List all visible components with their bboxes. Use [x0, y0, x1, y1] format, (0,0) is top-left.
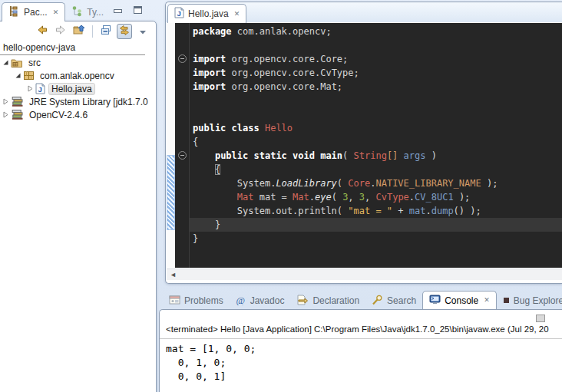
forward-button[interactable] [53, 24, 68, 39]
divider [160, 338, 562, 339]
code-line[interactable]: System.out.println( "mat = " + mat.dump(… [193, 204, 562, 218]
tree-item-src[interactable]: src [0, 56, 156, 69]
console-panel: <terminated> Hello [Java Application] C:… [159, 309, 562, 392]
svg-text:@: @ [236, 295, 245, 305]
fold-collapse-icon[interactable] [178, 54, 187, 63]
fold-collapse-icon[interactable] [178, 151, 187, 160]
collapse-all-icon [100, 24, 112, 39]
view-menu-icon [139, 25, 147, 38]
package-explorer-view: Pac...✕Ty... hello-opencv-java srccom.an… [0, 0, 163, 392]
code-line[interactable]: import org.opencv.core.Core; [193, 52, 562, 66]
tab-search[interactable]: Search [365, 292, 422, 309]
code-line[interactable]: public static void main( String[] args ) [193, 149, 562, 163]
tree-item-jre[interactable]: JRE System Library [jdk1.7.0 [0, 95, 156, 108]
search-icon [372, 295, 383, 308]
svg-text:J: J [177, 9, 180, 18]
code-line[interactable]: } [190, 218, 562, 232]
tab-label: Search [387, 295, 416, 306]
back-icon [36, 24, 48, 39]
up-button[interactable] [71, 24, 87, 39]
close-icon[interactable]: ✕ [484, 297, 490, 304]
library-icon [11, 109, 24, 120]
tab-label: Javadoc [250, 295, 285, 306]
minimize-icon[interactable] [114, 9, 122, 13]
code-line[interactable]: package com.anlak.opencv; [193, 25, 562, 38]
tree-item-label: src [26, 58, 43, 68]
divider [0, 54, 145, 55]
console-view: Problems@JavadocDeclarationSearchConsole… [159, 291, 562, 392]
folding-gutter[interactable] [175, 23, 190, 268]
code-line[interactable] [193, 259, 562, 268]
maximize-icon[interactable] [134, 6, 142, 14]
back-button[interactable] [35, 24, 50, 39]
editor-tab-strip: J Hello.java ✕ [166, 2, 562, 22]
tree-item-hello.java[interactable]: JHello.java [0, 82, 156, 95]
collapse-all-button[interactable] [98, 24, 114, 39]
code-line[interactable] [193, 245, 562, 259]
tab-package-explorer[interactable]: Pac...✕ [2, 2, 65, 21]
tab-console[interactable]: Console✕ [422, 291, 497, 309]
code-line[interactable]: } [193, 232, 562, 245]
console-toolbar-button[interactable] [536, 315, 545, 322]
code-line[interactable] [193, 107, 562, 121]
annotation-ruler[interactable] [167, 23, 175, 268]
link-with-editor-button[interactable] [117, 24, 132, 39]
javadoc-icon: @ [236, 295, 246, 308]
tab-problems[interactable]: Problems [163, 292, 230, 309]
tab-declaration[interactable]: Declaration [290, 292, 365, 309]
tab-label: Console [445, 295, 478, 306]
tree-item-com.anlak.opencv[interactable]: com.anlak.opencv [0, 69, 156, 82]
code-line[interactable]: { [193, 135, 562, 149]
code-line[interactable]: System.LoadLibrary( Core.NATIVE_LIBRARY_… [193, 176, 562, 190]
console-output-line: mat = [1, 0, 0; [166, 342, 256, 356]
view-menu-button[interactable] [135, 24, 150, 39]
code-editor[interactable]: package com.anlak.opencv;import org.open… [167, 23, 562, 268]
tab-bug-explorer[interactable]: Bug Explorer [497, 292, 562, 309]
tab-label: Ty... [87, 7, 104, 18]
square-icon [503, 295, 510, 306]
close-icon[interactable]: ✕ [53, 9, 59, 16]
code-line[interactable] [193, 94, 562, 107]
scroll-left-icon[interactable]: ◄ [170, 271, 177, 278]
tree-item-label: OpenCV-2.4.6 [27, 110, 90, 120]
horizontal-scrollbar[interactable]: ◄ [167, 268, 562, 280]
tab-label: Bug Explorer [514, 295, 562, 306]
collapsed-arrow-icon[interactable] [2, 98, 9, 105]
code-line[interactable]: { [193, 163, 562, 176]
console-tab-strip: Problems@JavadocDeclarationSearchConsole… [159, 291, 562, 309]
code-line[interactable]: Mat mat = Mat.eye( 3, 3, CvType.CV_8UC1 … [193, 190, 562, 204]
code-text[interactable]: package com.anlak.opencv;import org.open… [190, 23, 562, 268]
tree-item-opencv-2.4.6[interactable]: OpenCV-2.4.6 [0, 108, 156, 121]
code-line[interactable]: import org.opencv.core.Mat; [193, 80, 562, 94]
close-icon[interactable]: ✕ [234, 11, 240, 18]
expanded-arrow-icon[interactable] [2, 59, 9, 66]
explorer-toolbar [0, 21, 156, 41]
eclipse-workbench: Pac...✕Ty... hello-opencv-java srccom.an… [0, 0, 562, 392]
console-icon-icon [429, 295, 441, 307]
collapsed-arrow-icon[interactable] [2, 111, 9, 118]
tree-item-label: JRE System Library [jdk1.7.0 [27, 97, 150, 107]
tab-type-hierarchy[interactable]: Ty... [65, 2, 110, 21]
tree-item-label: com.anlak.opencv [38, 71, 117, 81]
selection-range-indicator [167, 155, 175, 230]
editor-tab-hello-java[interactable]: J Hello.java ✕ [167, 4, 246, 23]
type-hierarchy-icon [71, 5, 83, 19]
code-line[interactable] [193, 38, 562, 52]
tab-javadoc[interactable]: @Javadoc [230, 292, 291, 309]
explorer-tab-strip: Pac...✕Ty... [2, 2, 110, 21]
java-file-icon: J [174, 7, 184, 21]
tree-item-label: Hello.java [48, 83, 95, 95]
expanded-arrow-icon[interactable] [14, 72, 21, 79]
collapsed-arrow-icon[interactable] [26, 85, 34, 92]
package-folder-icon [11, 58, 23, 68]
package-icon [23, 71, 35, 81]
tab-label: Pac... [24, 7, 48, 18]
problems-icon [169, 295, 180, 308]
code-line[interactable]: public class Hello [193, 121, 562, 135]
console-output: mat = [1, 0, 0; 0, 1, 0; 0, 0, 1] [166, 342, 256, 384]
jfile-icon: J [35, 83, 45, 94]
code-line[interactable]: import org.opencv.core.CvType; [193, 66, 562, 80]
tree-root-project[interactable]: hello-opencv-java [0, 41, 156, 54]
project-tree: hello-opencv-java srccom.anlak.opencvJHe… [0, 41, 156, 121]
console-output-line: 0, 1, 0; [166, 356, 256, 370]
